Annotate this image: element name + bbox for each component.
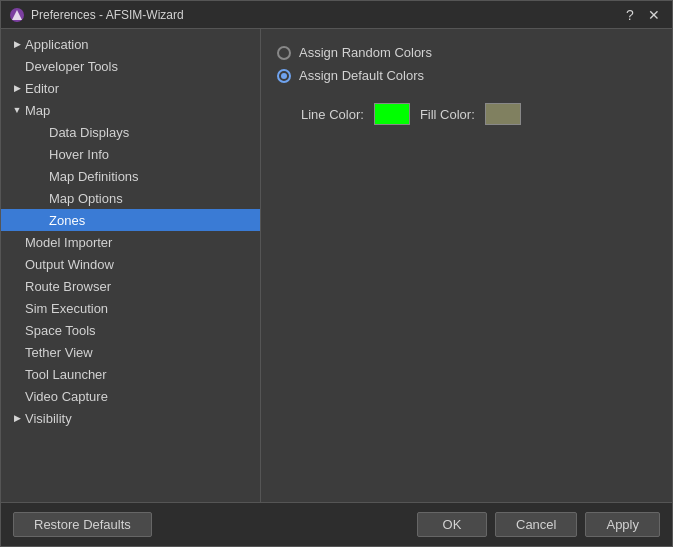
ok-button[interactable]: OK <box>417 512 487 537</box>
arrow-icon <box>33 146 49 162</box>
sidebar-item-zones[interactable]: Zones <box>1 209 260 231</box>
arrow-icon <box>33 212 49 228</box>
sidebar-item-model-importer[interactable]: Model Importer <box>1 231 260 253</box>
dialog-buttons: OK Cancel Apply <box>417 512 660 537</box>
sidebar-item-label: Application <box>25 37 89 52</box>
fill-color-swatch[interactable] <box>485 103 521 125</box>
content-area: ▶ApplicationDeveloper Tools▶Editor▼MapDa… <box>1 29 672 502</box>
color-mode-group: Assign Random Colors Assign Default Colo… <box>277 45 656 83</box>
arrow-icon: ▶ <box>9 80 25 96</box>
arrow-icon <box>9 234 25 250</box>
color-row: Line Color: Fill Color: <box>277 103 656 125</box>
sidebar-item-application[interactable]: ▶Application <box>1 33 260 55</box>
sidebar-item-label: Tool Launcher <box>25 367 107 382</box>
sidebar-item-editor[interactable]: ▶Editor <box>1 77 260 99</box>
window-title: Preferences - AFSIM-Wizard <box>31 8 620 22</box>
sidebar-item-label: Zones <box>49 213 85 228</box>
arrow-icon <box>33 124 49 140</box>
arrow-icon: ▶ <box>9 36 25 52</box>
assign-default-option[interactable]: Assign Default Colors <box>277 68 656 83</box>
arrow-icon <box>33 190 49 206</box>
app-icon <box>9 7 25 23</box>
sidebar-item-label: Map Options <box>49 191 123 206</box>
sidebar-item-label: Visibility <box>25 411 72 426</box>
sidebar-item-output-window[interactable]: Output Window <box>1 253 260 275</box>
close-button[interactable]: ✕ <box>644 5 664 25</box>
arrow-icon <box>9 344 25 360</box>
cancel-button[interactable]: Cancel <box>495 512 577 537</box>
sidebar-item-data-displays[interactable]: Data Displays <box>1 121 260 143</box>
arrow-icon <box>9 366 25 382</box>
assign-default-label: Assign Default Colors <box>299 68 424 83</box>
assign-random-label: Assign Random Colors <box>299 45 432 60</box>
sidebar-item-sim-execution[interactable]: Sim Execution <box>1 297 260 319</box>
arrow-icon <box>9 256 25 272</box>
assign-random-option[interactable]: Assign Random Colors <box>277 45 656 60</box>
sidebar-item-label: Developer Tools <box>25 59 118 74</box>
sidebar-item-developer-tools[interactable]: Developer Tools <box>1 55 260 77</box>
sidebar-item-label: Map Definitions <box>49 169 139 184</box>
sidebar-item-label: Space Tools <box>25 323 96 338</box>
sidebar-item-label: Tether View <box>25 345 93 360</box>
sidebar-item-hover-info[interactable]: Hover Info <box>1 143 260 165</box>
sidebar-item-label: Route Browser <box>25 279 111 294</box>
sidebar-item-map-options[interactable]: Map Options <box>1 187 260 209</box>
title-bar: Preferences - AFSIM-Wizard ? ✕ <box>1 1 672 29</box>
sidebar-item-label: Sim Execution <box>25 301 108 316</box>
restore-defaults-button[interactable]: Restore Defaults <box>13 512 152 537</box>
sidebar-item-label: Map <box>25 103 50 118</box>
assign-default-radio[interactable] <box>277 69 291 83</box>
arrow-icon <box>9 388 25 404</box>
sidebar-item-label: Data Displays <box>49 125 129 140</box>
arrow-icon: ▼ <box>9 102 25 118</box>
main-panel: Assign Random Colors Assign Default Colo… <box>261 29 672 502</box>
sidebar-item-space-tools[interactable]: Space Tools <box>1 319 260 341</box>
arrow-icon <box>9 278 25 294</box>
assign-random-radio[interactable] <box>277 46 291 60</box>
line-color-label: Line Color: <box>301 107 364 122</box>
sidebar-item-label: Model Importer <box>25 235 112 250</box>
help-button[interactable]: ? <box>620 5 640 25</box>
sidebar-item-map[interactable]: ▼Map <box>1 99 260 121</box>
preferences-window: Preferences - AFSIM-Wizard ? ✕ ▶Applicat… <box>0 0 673 547</box>
arrow-icon <box>9 300 25 316</box>
title-bar-controls: ? ✕ <box>620 5 664 25</box>
sidebar-item-tool-launcher[interactable]: Tool Launcher <box>1 363 260 385</box>
fill-color-label: Fill Color: <box>420 107 475 122</box>
bottom-bar: Restore Defaults OK Cancel Apply <box>1 502 672 546</box>
sidebar-item-label: Video Capture <box>25 389 108 404</box>
arrow-icon <box>9 58 25 74</box>
sidebar: ▶ApplicationDeveloper Tools▶Editor▼MapDa… <box>1 29 261 502</box>
sidebar-item-label: Editor <box>25 81 59 96</box>
line-color-swatch[interactable] <box>374 103 410 125</box>
arrow-icon <box>9 322 25 338</box>
sidebar-item-video-capture[interactable]: Video Capture <box>1 385 260 407</box>
arrow-icon <box>33 168 49 184</box>
sidebar-item-label: Hover Info <box>49 147 109 162</box>
sidebar-item-label: Output Window <box>25 257 114 272</box>
sidebar-item-tether-view[interactable]: Tether View <box>1 341 260 363</box>
sidebar-item-route-browser[interactable]: Route Browser <box>1 275 260 297</box>
sidebar-item-visibility[interactable]: ▶Visibility <box>1 407 260 429</box>
sidebar-item-map-definitions[interactable]: Map Definitions <box>1 165 260 187</box>
apply-button[interactable]: Apply <box>585 512 660 537</box>
arrow-icon: ▶ <box>9 410 25 426</box>
